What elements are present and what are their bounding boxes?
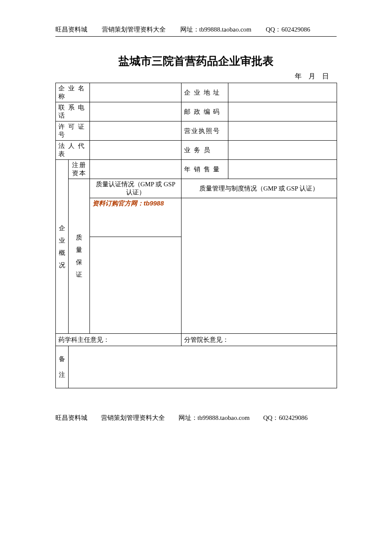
value-phone <box>90 102 182 121</box>
value-salesman <box>228 141 337 160</box>
label-phone: 联 系 电 话 <box>56 102 90 121</box>
label-pharmacy-opinion: 药学科主任意见： <box>58 336 110 343</box>
label-bizlicense: 营业执照号 <box>182 121 228 141</box>
footer-qq: QQ：602429086 <box>263 414 308 422</box>
date-line: 年 月 日 <box>55 72 337 81</box>
pharmacy-opinion-cell: 药学科主任意见： <box>56 334 182 346</box>
label-salesman: 业 务 员 <box>182 141 228 160</box>
remarks-c1: 备 <box>58 355 66 363</box>
label-cert-status: 质量认证情况（GMP 或 GSP 认证） <box>90 179 182 198</box>
header-url: 网址：tb99888.taobao.com <box>180 26 251 34</box>
label-remarks: 备 注 <box>56 346 69 388</box>
header-qq: QQ：602429086 <box>266 26 310 34</box>
qa-c4: 证 <box>71 271 87 279</box>
value-company-name <box>90 83 182 102</box>
date-year: 年 <box>295 72 302 80</box>
value-cert-status: 资料订购官方网：tb9988 <box>90 198 182 237</box>
label-license: 许 可 证 号 <box>56 121 90 141</box>
date-day: 日 <box>322 72 329 80</box>
value-annual-sales <box>228 160 337 179</box>
footer-category: 营销策划管理资料大全 <box>101 414 165 422</box>
label-mgmt-status: 质量管理与制度情况（GMP 或 GSP 认证） <box>182 179 337 198</box>
remarks-c2: 注 <box>58 371 66 379</box>
page-footer: 旺昌资料城 营销策划管理资料大全 网址：tb99888.taobao.com Q… <box>55 414 337 422</box>
label-overview: 企 业 概 况 <box>56 160 69 334</box>
document-page: 旺昌资料城 营销策划管理资料大全 网址：tb99888.taobao.com Q… <box>0 0 392 439</box>
value-remarks <box>69 346 337 388</box>
label-annual-sales: 年 销 售 量 <box>182 160 228 179</box>
qa-c1: 质 <box>71 234 87 242</box>
value-reg-capital <box>90 160 182 179</box>
label-reg-capital: 注册资本 <box>69 160 90 179</box>
page-header: 旺昌资料城 营销策划管理资料大全 网址：tb99888.taobao.com Q… <box>55 26 337 37</box>
label-postal: 邮 政 编 码 <box>182 102 228 121</box>
watermark-text: 资料订购官方网：tb9988 <box>92 199 179 208</box>
label-company-name: 企 业 名 称 <box>56 83 90 102</box>
footer-site: 旺昌资料城 <box>55 414 87 422</box>
label-qa: 质 量 保 证 <box>69 179 90 334</box>
approval-form-table: 企 业 名 称 企 业 地 址 联 系 电 话 邮 政 编 码 许 可 证 号 … <box>55 83 337 388</box>
footer-url: 网址：tb99888.taobao.com <box>179 414 250 422</box>
value-company-addr <box>228 83 337 102</box>
label-company-addr: 企 业 地 址 <box>182 83 228 102</box>
date-month: 月 <box>308 72 315 80</box>
value-mgmt-status <box>182 198 337 334</box>
director-opinion-cell: 分管院长意见： <box>182 334 337 346</box>
value-license <box>90 121 182 141</box>
value-bizlicense <box>228 121 337 141</box>
value-legal-rep <box>90 141 182 160</box>
header-site: 旺昌资料城 <box>55 26 87 34</box>
label-legal-rep: 法 人 代 表 <box>56 141 90 160</box>
qa-c2: 量 <box>71 246 87 254</box>
header-category: 营销策划管理资料大全 <box>102 26 166 34</box>
cert-status-extra <box>90 237 182 334</box>
document-title: 盐城市三院首营药品企业审批表 <box>55 54 337 69</box>
qa-c3: 保 <box>71 258 87 266</box>
value-postal <box>228 102 337 121</box>
label-director-opinion: 分管院长意见： <box>184 336 229 343</box>
